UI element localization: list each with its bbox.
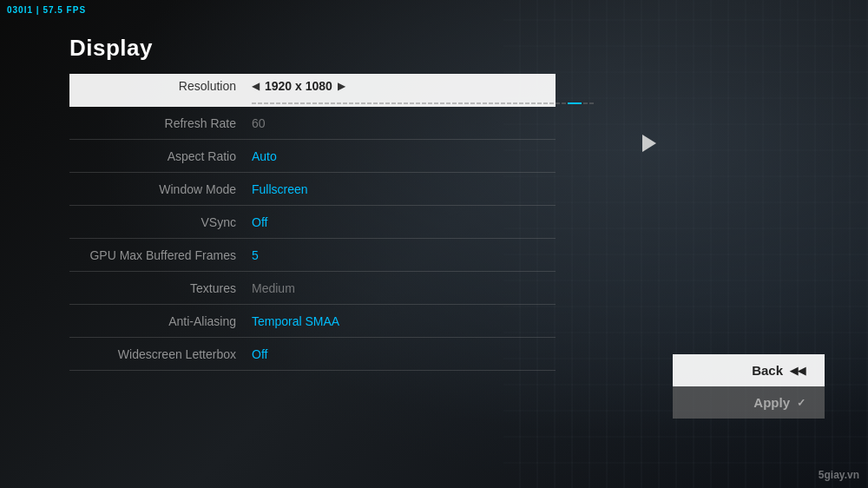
row-value: Off [252,347,556,361]
row-value: ◀1920 x 1080▶ [252,79,556,93]
row-value-text: Medium [252,281,295,295]
arrow-right-icon[interactable]: ▶ [338,80,345,92]
row-value-text: Off [252,215,267,229]
apply-icon: ✓ [797,397,806,409]
row-label: VSync [69,215,252,229]
row-value: Fullscreen [252,182,556,196]
settings-row: Anti-AliasingTemporal SMAA [69,305,556,338]
settings-row: TexturesMedium [69,272,556,305]
back-icon: ◀◀ [790,365,806,377]
row-value-text: 5 [252,248,259,262]
watermark: 5giay.vn [819,469,859,481]
settings-panel: Display Resolution◀1920 x 1080▶Refresh R… [69,35,556,371]
row-label: Aspect Ratio [69,149,252,163]
settings-row: Widescreen LetterboxOff [69,338,556,371]
page-title: Display [69,35,556,62]
settings-row: Aspect RatioAuto [69,140,556,173]
row-label: Widescreen Letterbox [69,347,252,361]
row-value: Auto [252,149,556,163]
settings-row[interactable]: Resolution◀1920 x 1080▶ [69,74,556,107]
row-label: Resolution [69,79,252,93]
arrow-left-icon[interactable]: ◀ [252,80,260,92]
back-label: Back [752,363,783,378]
settings-row: VSyncOff [69,206,556,239]
action-buttons: Back ◀◀ Apply ✓ [673,354,825,419]
apply-label: Apply [753,395,790,410]
apply-button[interactable]: Apply ✓ [673,386,825,419]
row-value-text: 60 [252,116,266,130]
back-button[interactable]: Back ◀◀ [673,354,825,386]
cursor-icon [642,135,660,152]
row-value-text: Auto [252,149,277,163]
settings-row: GPU Max Buffered Frames5 [69,239,556,272]
row-value: 60 [252,116,556,130]
resolution-slider[interactable] [252,102,556,104]
row-label: GPU Max Buffered Frames [69,248,252,262]
resolution-value: 1920 x 1080 [265,79,332,93]
row-label: Window Mode [69,182,252,196]
row-value-text: Fullscreen [252,182,308,196]
row-label: Anti-Aliasing [69,314,252,328]
row-value: Off [252,215,556,229]
row-value: Medium [252,281,556,295]
row-value-text: Off [252,347,267,361]
row-label: Refresh Rate [69,116,252,130]
row-label: Textures [69,281,252,295]
hud-info: 030I1 | 57.5 FPS [7,5,86,15]
settings-rows: Resolution◀1920 x 1080▶Refresh Rate60Asp… [69,74,556,371]
settings-row: Refresh Rate60 [69,107,556,140]
row-value-text: Temporal SMAA [252,314,339,328]
row-value: 5 [252,248,556,262]
row-value: Temporal SMAA [252,314,556,328]
settings-row: Window ModeFullscreen [69,173,556,206]
